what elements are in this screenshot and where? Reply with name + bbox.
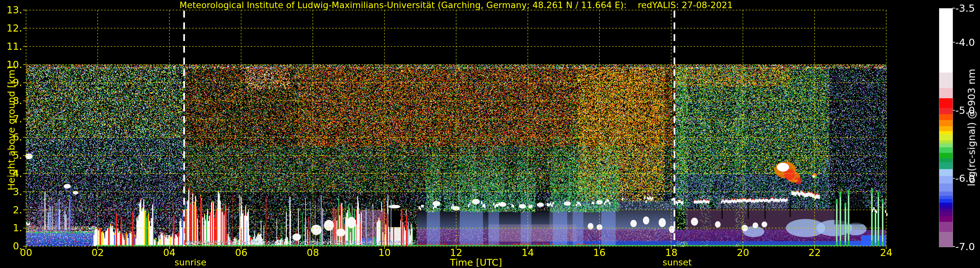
- y-tick-2: 2.: [0, 205, 22, 215]
- x-tick-02: 02: [83, 247, 112, 258]
- y-tick-6: 6.: [0, 132, 22, 143]
- x-tick-06: 06: [227, 247, 256, 258]
- x-axis-label: Time [UTC]: [437, 258, 515, 268]
- x-tick-20: 20: [728, 247, 757, 258]
- lidar-quicklook: Meteorological Institute of Ludwig-Maxim…: [0, 0, 980, 268]
- sunset-annotation: sunset: [648, 258, 706, 267]
- y-tick-9: 9.: [0, 77, 22, 88]
- x-tick-18: 18: [657, 247, 686, 258]
- x-tick-00: 00: [11, 247, 41, 258]
- x-tick-16: 16: [585, 247, 614, 258]
- page-title: Meteorological Institute of Ludwig-Maxim…: [26, 0, 886, 10]
- sunrise-annotation: sunrise: [161, 258, 220, 267]
- x-tick-12: 12: [441, 247, 471, 258]
- y-tick-4: 4.: [0, 168, 22, 179]
- colorbar-tick-0: -3.5: [955, 3, 980, 14]
- y-tick-5: 5.: [0, 150, 22, 161]
- colorbar: [939, 8, 953, 247]
- x-tick-24: 24: [872, 247, 901, 258]
- colorbar-tick-4: -7.0: [955, 241, 980, 252]
- y-tick-11: 11.: [0, 41, 22, 52]
- x-tick-22: 22: [800, 247, 829, 258]
- y-tick-12: 12.: [0, 23, 22, 33]
- y-tick-1: 1.: [0, 222, 22, 233]
- y-tick-8: 8.: [0, 95, 22, 106]
- y-tick-3: 3.: [0, 186, 22, 197]
- y-tick-13: 13.: [0, 5, 22, 15]
- colorbar-tick-1: -4.0: [955, 37, 980, 48]
- x-tick-14: 14: [513, 247, 542, 258]
- lidar-heatmap-canvas: [0, 0, 980, 268]
- x-tick-04: 04: [155, 247, 184, 258]
- x-tick-10: 10: [370, 247, 399, 258]
- y-tick-10: 10.: [0, 59, 22, 70]
- y-tick-7: 7.: [0, 114, 22, 124]
- x-tick-08: 08: [298, 247, 328, 258]
- colorbar-axis-label: log(rc-signal) @ 903 nm: [966, 69, 977, 186]
